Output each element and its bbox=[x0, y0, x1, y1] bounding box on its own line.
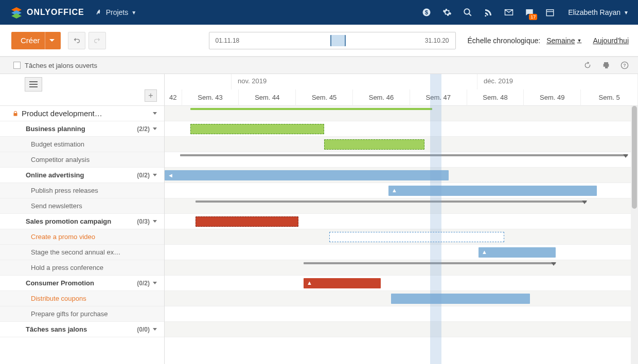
chevron-down-icon: ▼ bbox=[131, 10, 136, 15]
month-cell: déc. 2019 bbox=[477, 74, 638, 89]
top-navbar: ONLYOFFICE Projets ▼ $ 17 Elizabeth Raya… bbox=[0, 0, 638, 25]
svg-line-3 bbox=[469, 13, 471, 16]
scale-label: Échelle chronologique: bbox=[468, 37, 541, 45]
task-row[interactable]: Publish press releases bbox=[0, 183, 164, 198]
gantt-row bbox=[165, 291, 638, 306]
nav-icons: $ 17 bbox=[422, 8, 555, 17]
gantt-bar[interactable]: ▲ bbox=[304, 278, 381, 288]
week-cell: Sem. 5 bbox=[581, 89, 638, 106]
print-icon[interactable] bbox=[602, 61, 610, 69]
week-cell: Sem. 43 bbox=[182, 89, 239, 106]
create-button[interactable]: Créer bbox=[11, 32, 61, 49]
mail-icon[interactable] bbox=[504, 8, 513, 17]
task-row[interactable]: Competitor analysis bbox=[0, 152, 164, 168]
tree-header: + bbox=[0, 74, 164, 106]
chat-badge: 17 bbox=[529, 14, 537, 20]
gantt-bar[interactable]: ▲ bbox=[388, 186, 597, 196]
milestone-row[interactable]: Online advertising(0/2) bbox=[0, 168, 164, 183]
gantt-bar[interactable] bbox=[190, 108, 432, 110]
chevron-down-icon: ▼ bbox=[624, 10, 629, 15]
gantt-row bbox=[165, 214, 638, 229]
brand-text: ONLYOFFICE bbox=[27, 8, 84, 17]
feed-icon[interactable] bbox=[484, 8, 493, 17]
scroll-thumb[interactable] bbox=[632, 106, 637, 209]
redo-button[interactable] bbox=[88, 32, 106, 49]
svg-rect-4 bbox=[546, 10, 554, 16]
chevron-down-icon[interactable] bbox=[153, 328, 157, 331]
undo-button[interactable] bbox=[68, 32, 85, 49]
gantt-bar[interactable] bbox=[304, 262, 556, 264]
currency-icon[interactable]: $ bbox=[422, 8, 431, 17]
week-cell: Sem. 49 bbox=[524, 89, 581, 106]
task-row[interactable]: Hold a press conference bbox=[0, 260, 164, 276]
open-tasks-checkbox[interactable] bbox=[13, 62, 21, 69]
chevron-down-icon[interactable] bbox=[153, 128, 157, 130]
gantt-bar[interactable] bbox=[329, 232, 504, 242]
refresh-icon[interactable] bbox=[583, 61, 592, 69]
gantt-row: ▲ bbox=[165, 183, 638, 198]
chevron-down-icon[interactable] bbox=[153, 112, 157, 115]
milestone-row[interactable]: Consumer Promotion(0/2) bbox=[0, 276, 164, 291]
gantt-bar[interactable] bbox=[196, 201, 587, 203]
projects-menu[interactable]: Projets ▼ bbox=[96, 8, 136, 16]
gantt-bar[interactable]: ◄ bbox=[165, 170, 449, 180]
onlyoffice-logo-icon bbox=[10, 6, 23, 19]
gantt-row bbox=[165, 306, 638, 322]
gantt-row bbox=[165, 322, 638, 337]
calendar-icon[interactable] bbox=[545, 8, 555, 17]
gantt-bar[interactable] bbox=[391, 294, 530, 304]
gantt-bar[interactable] bbox=[324, 139, 424, 150]
task-row[interactable]: Distribute coupons bbox=[0, 291, 164, 306]
today-link[interactable]: Aujourd'hui bbox=[593, 37, 629, 45]
date-from: 01.11.18 bbox=[216, 37, 240, 44]
gantt-header: nov. 2019déc. 2019 42Sem. 43Sem. 44Sem. … bbox=[165, 74, 638, 106]
svg-text:?: ? bbox=[623, 63, 626, 68]
task-row[interactable]: Prepare gifts for purchase bbox=[0, 306, 164, 322]
tree-menu-button[interactable] bbox=[25, 77, 42, 92]
svg-point-2 bbox=[464, 9, 470, 14]
task-row[interactable]: Budget estimation bbox=[0, 137, 164, 152]
gantt-row bbox=[165, 137, 638, 152]
task-row[interactable]: Stage the second annual ex… bbox=[0, 245, 164, 260]
task-row[interactable]: Create a promo video bbox=[0, 229, 164, 245]
chevron-down-icon[interactable] bbox=[153, 282, 157, 284]
week-cell: 42 bbox=[165, 89, 182, 106]
date-to: 31.10.20 bbox=[425, 37, 449, 44]
rocket-icon bbox=[96, 9, 103, 16]
chat-icon[interactable]: 17 bbox=[525, 8, 534, 17]
project-row[interactable]: Product development… bbox=[0, 106, 164, 121]
range-track[interactable] bbox=[330, 32, 338, 49]
gantt-bar[interactable] bbox=[180, 154, 628, 156]
user-menu[interactable]: Elizabeth Rayan ▼ bbox=[568, 8, 629, 16]
gantt-row bbox=[165, 198, 638, 214]
gantt-row: ▲ bbox=[165, 276, 638, 291]
task-tree: + Product development… Business planning… bbox=[0, 74, 165, 364]
month-cell: nov. 2019 bbox=[232, 74, 477, 89]
task-row[interactable]: Send newsletters bbox=[0, 198, 164, 214]
milestone-row[interactable]: Business planning(2/2) bbox=[0, 121, 164, 137]
date-range-slider[interactable]: 01.11.18 31.10.20 bbox=[209, 32, 456, 49]
search-icon[interactable] bbox=[463, 8, 472, 17]
week-cell: Sem. 48 bbox=[467, 89, 524, 106]
gantt-bar[interactable] bbox=[190, 124, 324, 134]
gantt-row bbox=[165, 260, 638, 276]
help-icon[interactable]: ? bbox=[621, 61, 629, 69]
toolbar: Créer 01.11.18 31.10.20 Échelle chronolo… bbox=[0, 25, 638, 57]
gear-icon[interactable] bbox=[442, 8, 452, 17]
chevron-down-icon: ▼ bbox=[577, 38, 581, 43]
week-cell: Sem. 45 bbox=[296, 89, 353, 106]
filter-bar: Tâches et jalons ouverts ? bbox=[0, 57, 638, 74]
milestone-row[interactable]: Sales promotion campaign(0/3) bbox=[0, 214, 164, 229]
chevron-down-icon[interactable] bbox=[153, 220, 157, 223]
gantt-bar[interactable] bbox=[196, 216, 298, 227]
scale-select[interactable]: Semaine▼ bbox=[546, 37, 581, 45]
gantt-bar[interactable]: ▲ bbox=[478, 247, 556, 258]
open-tasks-label: Tâches et jalons ouverts bbox=[25, 62, 97, 69]
add-project-button[interactable]: + bbox=[145, 89, 157, 102]
chevron-down-icon[interactable] bbox=[153, 174, 157, 176]
milestone-row[interactable]: Tâches sans jalons(0/0) bbox=[0, 322, 164, 337]
vertical-scrollbar[interactable] bbox=[631, 106, 638, 364]
gantt-row bbox=[165, 229, 638, 245]
week-cell: Sem. 44 bbox=[239, 89, 296, 106]
week-cell: Sem. 46 bbox=[353, 89, 410, 106]
